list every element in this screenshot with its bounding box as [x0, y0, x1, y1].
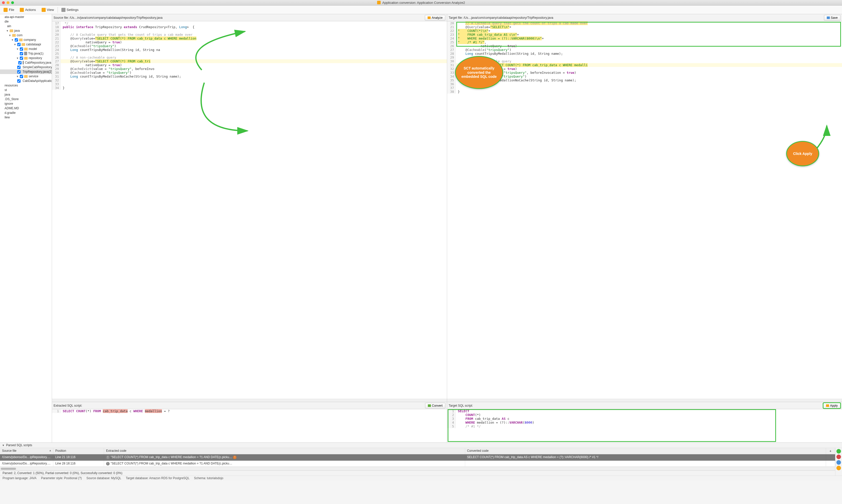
cell-file[interactable]: /Users/jsbonso/Do…ipRepository.java	[0, 461, 53, 467]
tree-label: java	[14, 29, 20, 33]
col-source-file[interactable]: Source file▲	[0, 448, 53, 454]
target-file-path: Target file: /Us…java/com/company/cabdat…	[449, 16, 823, 19]
tree-label: CabDataApiApplication.java	[22, 79, 52, 83]
menu-actions[interactable]: Actions	[18, 7, 38, 13]
tree-item[interactable]: ▼service	[0, 74, 52, 78]
tree-item[interactable]: d.gradle	[0, 110, 52, 115]
menu-view[interactable]: View	[39, 7, 56, 13]
source-code-editor[interactable]: 17 */18public interface TripRepository e…	[52, 21, 447, 399]
tree-item[interactable]: ▼cabdataapi	[0, 42, 52, 47]
tree-label: d.gradle	[4, 111, 16, 114]
tree-checkbox[interactable]	[18, 61, 21, 65]
folder-icon	[21, 43, 25, 46]
tree-item[interactable]: Trip.java(1)	[0, 51, 52, 56]
target-sql-editor[interactable]: 1SELECT2 COUNT(*)3 FROM cab_trip_data AS…	[447, 409, 842, 443]
h-scrollbar[interactable]	[0, 467, 835, 470]
folder-icon	[19, 38, 22, 41]
save-icon	[827, 17, 830, 19]
tree-checkbox[interactable]	[17, 66, 20, 69]
tree-label: .DS_Store	[4, 97, 18, 101]
conversion-summary: Parsed: 2, Converted: 1 (50%), Partial c…	[0, 470, 835, 475]
tree-label: repository	[29, 56, 42, 60]
help-icon[interactable]	[837, 466, 841, 470]
tree-item[interactable]: ▼com	[0, 33, 52, 37]
tree-label: company	[23, 38, 36, 41]
arrow-right-icon	[428, 404, 431, 407]
window-titlebar: Application conversion: Application Conv…	[0, 0, 842, 5]
tree-item[interactable]: .DS_Store	[0, 97, 52, 102]
col-add[interactable]: +	[826, 448, 835, 454]
tree-label: java	[4, 93, 10, 96]
cell-converted[interactable]	[465, 461, 826, 467]
status-ok-icon[interactable]	[837, 449, 841, 453]
tree-item[interactable]: dle	[0, 19, 52, 24]
status-source-db: Source database: MySQL	[86, 476, 121, 480]
tree-item[interactable]: TripRepository.java(2)	[0, 70, 52, 74]
minimize-icon[interactable]	[6, 1, 10, 4]
main-toolbar: File Actions View Settings	[0, 5, 842, 14]
h-scrollbar[interactable]	[447, 399, 842, 402]
parsed-header[interactable]: ▼ Parsed SQL scripts	[0, 443, 842, 448]
tree-checkbox[interactable]	[17, 70, 20, 73]
cell-extracted[interactable]: !"SELECT COUNT(*) FROM cab_trip_data c W…	[104, 454, 465, 461]
zoom-icon[interactable]	[11, 1, 14, 4]
analyze-button[interactable]: Analyze	[425, 15, 445, 20]
target-code-editor[interactable]: 20 // A Cachable query that gets the cou…	[447, 21, 842, 399]
cell-file[interactable]: /Users/jsbonso/Do…ipRepository.java	[0, 454, 53, 461]
save-button[interactable]: Save	[824, 15, 841, 20]
tree-checkbox[interactable]	[20, 48, 23, 51]
h-scrollbar[interactable]	[52, 399, 447, 402]
extracted-sql-editor[interactable]: 1SELECT COUNT(*) FROM cab_trip_data c WH…	[52, 409, 447, 443]
status-error-icon[interactable]	[837, 454, 841, 459]
tree-item[interactable]: ata-api-master	[0, 15, 52, 19]
tree-label: ADME.MD	[4, 107, 19, 110]
tree-item[interactable]: resources	[0, 83, 52, 88]
tree-item[interactable]: CabDataApiApplication.java	[0, 78, 52, 83]
col-extracted[interactable]: Extracted code	[104, 448, 465, 454]
parsed-table[interactable]: Source file▲PositionExtracted codeConver…	[0, 448, 835, 467]
app-icon	[377, 1, 381, 4]
tree-checkbox[interactable]	[20, 75, 23, 78]
tree-item[interactable]: SimpleCabRepository.java	[0, 65, 52, 70]
tree-item[interactable]: st	[0, 88, 52, 92]
cell-pos[interactable]: Line 28 18:116	[53, 461, 104, 467]
tree-item[interactable]: llew	[0, 115, 52, 120]
tree-label: ignore	[4, 102, 13, 106]
col-position[interactable]: Position	[53, 448, 104, 454]
menu-file[interactable]: File	[1, 7, 16, 13]
tree-item[interactable]: ADME.MD	[0, 106, 52, 110]
calendar-icon[interactable]	[837, 460, 841, 465]
close-icon[interactable]	[2, 1, 5, 4]
file-icon	[22, 61, 24, 65]
tree-checkbox[interactable]	[17, 79, 20, 83]
envelope-icon	[428, 17, 431, 19]
toolbar-separator	[57, 7, 58, 13]
cell-converted[interactable]: SELECT COUNT(*) FROM cab_trip_data AS c …	[465, 454, 826, 461]
tree-item[interactable]: ain	[0, 24, 52, 29]
menu-settings[interactable]: Settings	[59, 7, 81, 13]
col-converted[interactable]: Converted code	[465, 448, 826, 454]
tree-item[interactable]: java	[0, 92, 52, 97]
tree-item[interactable]: ignore	[0, 102, 52, 106]
project-tree[interactable]: ata-api-masterdleain▼java▼com▼company▼ca…	[0, 14, 52, 443]
tree-item[interactable]: ▼java	[0, 29, 52, 33]
tree-item[interactable]: CabRepository.java	[0, 60, 52, 65]
cell-pos[interactable]: Line 21 18:116	[53, 454, 104, 461]
traffic-lights	[2, 1, 14, 4]
folder-icon	[24, 57, 28, 59]
convert-button[interactable]: Convert	[425, 403, 445, 409]
actions-icon	[20, 8, 24, 12]
tree-item[interactable]: ▼model	[0, 47, 52, 51]
folder-icon	[12, 34, 16, 37]
source-pane: Source file: /Us…in/java/com/company/cab…	[52, 14, 447, 402]
view-icon	[41, 8, 46, 12]
tree-checkbox[interactable]	[15, 38, 18, 41]
tree-item[interactable]: ▼company	[0, 37, 52, 42]
tree-item[interactable]: ▼repository	[0, 56, 52, 60]
tree-checkbox[interactable]	[17, 43, 20, 46]
tree-checkbox[interactable]	[20, 52, 23, 55]
tree-label: CabRepository.java	[25, 61, 51, 65]
apply-button[interactable]: Apply	[823, 403, 841, 409]
tree-checkbox[interactable]	[20, 56, 23, 60]
cell-extracted[interactable]: !"SELECT COUNT(*) FROM cab_trip_data c W…	[104, 461, 465, 467]
